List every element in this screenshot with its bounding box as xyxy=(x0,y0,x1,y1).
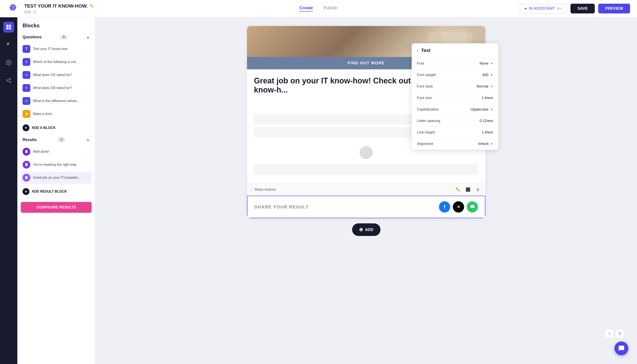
question-text-5: What is the difference betwe... xyxy=(33,99,84,103)
font-style-value[interactable]: Normal ▼ xyxy=(476,84,493,88)
question-item-3[interactable]: ≡ What does OS stand for? ··· xyxy=(21,69,92,81)
app-logo[interactable] xyxy=(7,2,19,15)
question-item-2[interactable]: ≡ Which of the following is not ... ··· xyxy=(21,56,92,68)
font-weight-row: Font weight 400 ▼ xyxy=(412,69,498,81)
tab-publish[interactable]: Publish xyxy=(323,6,338,12)
icon-bar xyxy=(0,17,17,364)
alignment-label: Alignment xyxy=(417,142,433,146)
expand-icon[interactable]: ⤡ xyxy=(605,329,614,338)
add-result-plus-icon: + xyxy=(22,188,30,195)
share-block-label: :: Share buttons xyxy=(250,188,276,192)
share-result-text: SHARE YOUR RESULT xyxy=(254,204,436,210)
drag-handle-icon[interactable]: :: xyxy=(250,188,253,192)
question-item-6[interactable]: ✚ Make a form ··· xyxy=(21,108,92,120)
delete-share-button[interactable]: 🗑 xyxy=(474,186,482,194)
settings-icon[interactable] xyxy=(3,57,14,68)
whatsapp-share-button[interactable]: 💬 xyxy=(467,201,478,212)
ai-assistant-button[interactable]: ✦ AI ASSISTANT ⌘K xyxy=(518,4,567,14)
results-section-header: Results 3 ▲ xyxy=(21,136,92,144)
letter-spacing-row: Letter-spacing 0.12rem xyxy=(412,115,498,127)
question-icon-3: ≡ xyxy=(22,71,30,79)
collapse-icon[interactable]: ⇅ xyxy=(615,329,624,338)
result-menu-1[interactable]: ··· xyxy=(86,149,90,154)
result-icon-3 xyxy=(22,174,30,182)
alignment-dropdown-icon: ▼ xyxy=(490,142,493,146)
svg-rect-3 xyxy=(6,25,8,27)
save-button[interactable]: SAVE xyxy=(570,4,595,14)
font-style-label: Font style xyxy=(417,84,433,88)
sidebar-title: Blocks xyxy=(21,22,92,28)
font-size-value[interactable]: 1.6rem xyxy=(482,96,493,100)
result-text-1: Well done! xyxy=(33,150,84,154)
result-menu-3[interactable]: ··· xyxy=(86,175,90,180)
font-size-row: Font size 1.6rem xyxy=(412,92,498,104)
question-icon-1: T xyxy=(22,45,30,53)
whatsapp-icon: 💬 xyxy=(470,204,475,210)
result-item-3[interactable]: Great job on your IT knowled... ··· xyxy=(21,172,92,184)
question-menu-6[interactable]: ··· xyxy=(86,112,90,116)
share-icon[interactable] xyxy=(3,75,14,86)
share-resize-handle-right[interactable] xyxy=(485,205,485,209)
result-icon-2 xyxy=(22,161,30,168)
svg-point-9 xyxy=(6,80,8,81)
capitalization-row: Capitalization Uppercase ▼ xyxy=(412,104,498,115)
twitter-share-button[interactable]: ✕ xyxy=(453,201,464,212)
question-menu-4[interactable]: ··· xyxy=(86,86,90,90)
quiz-progress-circle xyxy=(360,146,373,159)
question-icon-6: ✚ xyxy=(22,110,30,118)
svg-point-10 xyxy=(9,81,11,83)
tab-create[interactable]: Create xyxy=(300,6,313,12)
result-text-2: You're heading the right way. xyxy=(33,163,84,166)
add-button[interactable]: ⊕ ADD xyxy=(352,224,380,236)
line-height-row: Line height 1.4rem xyxy=(412,127,498,138)
question-menu-2[interactable]: ··· xyxy=(86,60,90,64)
edit-share-button[interactable]: ✏️ xyxy=(454,186,462,194)
question-icon-4: ≡ xyxy=(22,84,30,92)
quiz-input-3 xyxy=(254,164,478,175)
question-menu-5[interactable]: ··· xyxy=(86,98,90,104)
line-height-value[interactable]: 1.4rem xyxy=(482,130,493,134)
question-menu-3[interactable]: ··· xyxy=(86,72,90,78)
nav-title-block: TEST YOUR IT KNOW-HOW. ✏️ Quiz i xyxy=(24,3,94,14)
share-resize-handle-bottom[interactable] xyxy=(364,218,368,218)
question-menu-1[interactable]: ··· xyxy=(86,46,90,52)
flag-icon[interactable] xyxy=(3,40,14,50)
font-dropdown-icon: ▼ xyxy=(490,62,493,65)
configure-results-button[interactable]: CONFIGURE RESULTS xyxy=(21,202,92,213)
result-text-3: Great job on your IT knowled... xyxy=(33,176,84,180)
move-share-button[interactable]: ⬛ xyxy=(464,186,472,194)
add-result-block-button[interactable]: + ADD RESULT BLOCK xyxy=(21,186,92,198)
result-icon-1 xyxy=(22,148,30,156)
result-item-1[interactable]: Well done! ··· xyxy=(21,146,92,158)
result-menu-2[interactable]: ··· xyxy=(86,162,90,167)
results-count: 3 xyxy=(58,137,65,142)
font-weight-value[interactable]: 400 ▼ xyxy=(482,73,493,77)
question-text-1: Test your IT know-how xyxy=(33,47,84,51)
edit-title-icon[interactable]: ✏️ xyxy=(90,4,94,8)
alignment-row: Alignment Inherit ▼ xyxy=(412,138,498,150)
questions-chevron-icon[interactable]: ▲ xyxy=(86,35,90,40)
result-item-2[interactable]: You're heading the right way. ··· xyxy=(21,158,92,171)
questions-count: 6 xyxy=(60,35,68,40)
text-panel-title: Text xyxy=(421,48,430,53)
capitalization-label: Capitalization xyxy=(417,107,439,112)
add-block-button[interactable]: + ADD A BLOCK xyxy=(21,122,92,134)
letter-spacing-value[interactable]: 0.12rem xyxy=(480,119,493,123)
ai-star-icon: ✦ xyxy=(524,6,527,11)
question-item-5[interactable]: ≡ What is the difference betwe... ··· xyxy=(21,95,92,107)
results-label: Results xyxy=(22,138,36,142)
alignment-value[interactable]: Inherit ▼ xyxy=(478,142,493,146)
facebook-share-button[interactable]: f xyxy=(439,201,450,212)
question-item-4[interactable]: ≡ What does GB stand for? ··· xyxy=(21,82,92,94)
question-item-1[interactable]: T Test your IT know-how ··· xyxy=(21,43,92,55)
font-value[interactable]: None ▼ xyxy=(480,61,493,66)
info-icon[interactable]: i xyxy=(33,10,37,14)
back-arrow-icon[interactable]: ‹ xyxy=(417,48,418,53)
chat-button[interactable] xyxy=(614,342,628,355)
capitalization-value[interactable]: Uppercase ▼ xyxy=(470,107,493,112)
font-row: Font None ▼ xyxy=(412,58,498,69)
results-chevron-icon[interactable]: ▲ xyxy=(86,138,90,142)
preview-button[interactable]: PREVIEW xyxy=(598,4,630,14)
blocks-icon[interactable] xyxy=(3,22,14,32)
sidebar-panel: Blocks Questions 6 ▲ T Test your IT know… xyxy=(17,17,95,364)
